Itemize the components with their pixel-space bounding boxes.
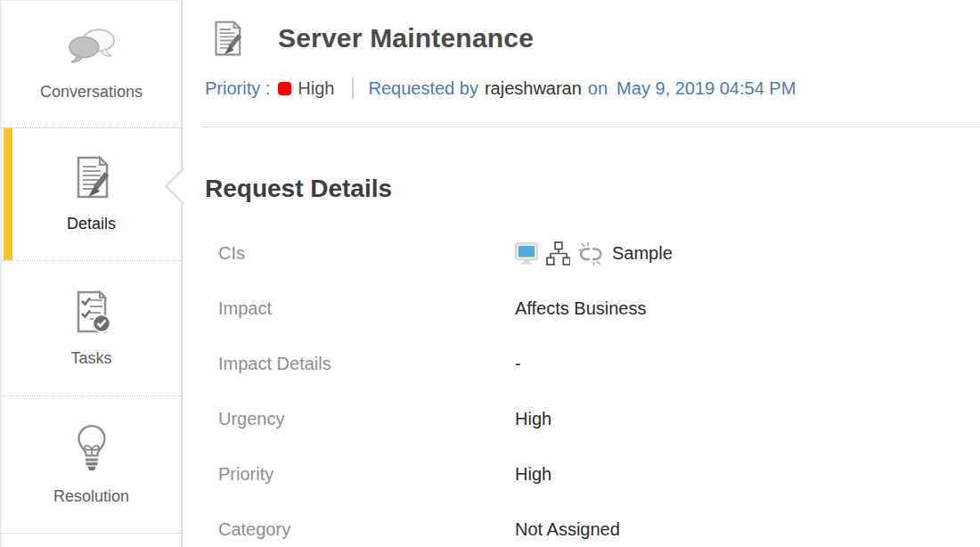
field-value: High: [515, 461, 551, 487]
document-pencil-icon: [209, 19, 245, 58]
field-label: Urgency: [205, 405, 515, 432]
sidebar-item-label: Tasks: [70, 349, 111, 368]
sidebar: Conversations Details: [0, 0, 183, 547]
request-header: Server Maintenance: [205, 18, 980, 59]
request-timestamp: May 9, 2019 04:54 PM: [617, 78, 796, 99]
active-tab-accent-bar: [4, 128, 12, 260]
sidebar-item-label: Conversations: [40, 83, 143, 102]
lightbulb-icon: [73, 424, 110, 476]
requested-by-label: Requested by: [368, 78, 478, 99]
document-pencil-icon: [70, 155, 113, 203]
field-label: Category: [205, 516, 515, 543]
monitor-icon[interactable]: [515, 242, 538, 265]
on-label: on: [588, 78, 608, 99]
ticket-detail-page: Conversations Details: [0, 0, 980, 547]
priority-value: High: [298, 78, 334, 99]
sidebar-item-details[interactable]: Details: [2, 127, 181, 260]
field-row-cis: CIs: [205, 240, 980, 266]
ci-icon-group: [515, 241, 603, 265]
request-fields: CIs: [205, 240, 980, 543]
requester-name: rajeshwaran: [485, 78, 582, 99]
meta-divider: [352, 78, 354, 99]
field-row-category: Category Not Assigned: [205, 516, 980, 543]
topology-icon[interactable]: [546, 241, 570, 265]
sidebar-item-label: Resolution: [53, 487, 129, 506]
field-value: -: [515, 350, 521, 377]
field-value: High: [515, 405, 551, 432]
field-label: Impact Details: [205, 350, 515, 377]
field-label: Impact: [205, 295, 515, 322]
task-checklist-icon: [70, 290, 113, 338]
header-divider: [202, 127, 980, 127]
page-title: Server Maintenance: [278, 23, 534, 53]
broken-link-icon[interactable]: [578, 241, 603, 265]
field-value: Affects Business: [515, 295, 646, 322]
section-title: Request Details: [205, 172, 980, 206]
field-row-priority: Priority High: [205, 461, 980, 487]
priority-high-icon: [278, 82, 291, 95]
sidebar-item-next-partial: [2, 533, 181, 547]
field-row-impact-details: Impact Details -: [205, 350, 980, 377]
field-label: CIs: [205, 240, 515, 266]
sidebar-item-resolution[interactable]: Resolution: [2, 396, 181, 533]
field-label: Priority: [205, 461, 515, 487]
field-row-impact: Impact Affects Business: [205, 295, 980, 322]
field-row-urgency: Urgency High: [205, 405, 980, 432]
speech-bubbles-icon: [66, 27, 118, 71]
priority-label: Priority :: [205, 78, 270, 99]
field-value: Not Assigned: [515, 516, 620, 543]
request-meta-row: Priority : High Requested by rajeshwaran…: [205, 77, 980, 100]
sidebar-item-label: Details: [67, 215, 116, 233]
ci-name-link[interactable]: Sample: [612, 240, 673, 266]
sidebar-item-conversations[interactable]: Conversations: [2, 1, 181, 127]
request-detail-pane: Server Maintenance Priority : High Reque…: [183, 0, 980, 547]
sidebar-item-tasks[interactable]: Tasks: [2, 260, 181, 396]
